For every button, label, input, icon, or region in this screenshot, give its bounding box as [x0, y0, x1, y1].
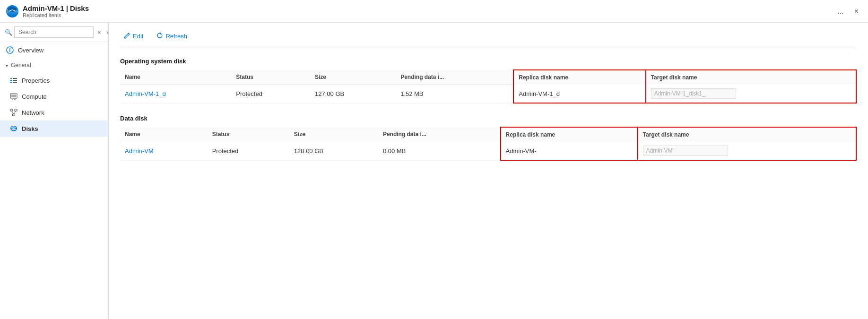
- data-disk-col-target: Target disk name: [638, 127, 856, 142]
- app-icon: [6, 5, 19, 18]
- svg-line-20: [14, 111, 16, 114]
- sidebar-item-disks[interactable]: Disks: [0, 121, 108, 137]
- svg-rect-14: [12, 99, 13, 100]
- edit-icon: [124, 32, 130, 40]
- svg-rect-7: [10, 80, 12, 81]
- os-disk-section: Operating system disk Name Status Size P…: [120, 58, 857, 103]
- content-area: Edit Refresh Operating system disk Name …: [109, 23, 868, 319]
- search-bar: 🔍 × «: [0, 23, 108, 42]
- os-disk-replica: Admin-VM-1_d: [513, 85, 645, 103]
- data-disk-title: Data disk: [120, 115, 857, 122]
- svg-rect-9: [13, 78, 17, 79]
- data-disk-col-pending: Pending data i...: [378, 127, 501, 142]
- os-disk-col-size: Size: [310, 70, 396, 85]
- main-layout: 🔍 × « i Overview ▾ General Properties: [0, 23, 868, 319]
- search-icon: 🔍: [5, 29, 12, 36]
- edit-button[interactable]: Edit: [120, 30, 147, 42]
- properties-icon: [9, 76, 18, 85]
- toolbar: Edit Refresh: [120, 30, 857, 48]
- sidebar: 🔍 × « i Overview ▾ General Properties: [0, 23, 109, 319]
- os-disk-name-link[interactable]: Admin-VM-1_d: [125, 90, 166, 97]
- svg-line-19: [12, 111, 14, 114]
- os-disk-title: Operating system disk: [120, 58, 857, 65]
- page-title: Admin-VM-1 | Disks: [23, 4, 89, 12]
- search-clear-button[interactable]: ×: [95, 28, 103, 37]
- os-disk-col-pending: Pending data i...: [396, 70, 513, 85]
- data-disk-name-link[interactable]: Admin-VM: [125, 147, 154, 155]
- svg-rect-6: [10, 78, 12, 79]
- os-disk-row: Admin-VM-1_d Protected 127.00 GB 1.52 MB…: [120, 85, 856, 103]
- os-disk-header-row: Name Status Size Pending data i... Repli…: [120, 70, 856, 85]
- sidebar-item-network[interactable]: Network: [0, 104, 108, 121]
- data-disk-status: Protected: [208, 142, 289, 160]
- network-icon: [9, 108, 18, 117]
- compute-icon: [9, 92, 18, 101]
- close-button[interactable]: ×: [851, 5, 862, 17]
- data-disk-col-size: Size: [289, 127, 378, 142]
- sidebar-item-properties[interactable]: Properties: [0, 72, 108, 88]
- search-collapse-button[interactable]: «: [105, 28, 109, 37]
- sidebar-item-properties-label: Properties: [22, 77, 50, 84]
- os-disk-size: 127.00 GB: [310, 85, 396, 103]
- data-disk-name: Admin-VM: [120, 142, 208, 160]
- title-text: Admin-VM-1 | Disks Replicated items: [23, 4, 89, 18]
- os-disk-col-name: Name: [120, 70, 231, 85]
- search-input[interactable]: [14, 26, 94, 38]
- svg-rect-16: [10, 109, 13, 111]
- os-disk-col-status: Status: [231, 70, 310, 85]
- os-disk-name: Admin-VM-1_d: [120, 85, 231, 103]
- os-disk-target-input[interactable]: [651, 88, 736, 99]
- svg-rect-17: [15, 109, 17, 111]
- data-disk-table: Name Status Size Pending data i... Repli…: [120, 127, 857, 161]
- data-disk-col-name: Name: [120, 127, 208, 142]
- svg-rect-18: [13, 114, 15, 116]
- sidebar-section-general-label: General: [11, 62, 31, 69]
- data-disk-col-status: Status: [208, 127, 289, 142]
- data-disk-header-row: Name Status Size Pending data i... Repli…: [120, 127, 856, 142]
- chevron-icon: ▾: [6, 63, 8, 68]
- os-disk-pending: 1.52 MB: [396, 85, 513, 103]
- os-disk-target: [646, 85, 856, 103]
- data-disk-target: [638, 142, 856, 160]
- os-disk-col-target: Target disk name: [646, 70, 856, 85]
- edit-label: Edit: [133, 33, 143, 40]
- svg-rect-13: [11, 95, 16, 97]
- sidebar-item-overview[interactable]: i Overview: [0, 42, 108, 58]
- data-disk-replica: Admin-VM-: [501, 142, 638, 160]
- data-disk-section: Data disk Name Status Size Pending data …: [120, 115, 857, 161]
- os-disk-status: Protected: [231, 85, 310, 103]
- os-disk-table: Name Status Size Pending data i... Repli…: [120, 69, 857, 103]
- svg-point-3: [8, 11, 17, 15]
- sidebar-item-disks-label: Disks: [22, 125, 38, 132]
- data-disk-target-input[interactable]: [643, 146, 728, 156]
- os-disk-col-replica: Replica disk name: [513, 70, 645, 85]
- svg-rect-10: [13, 80, 17, 81]
- sidebar-item-overview-label: Overview: [18, 47, 43, 54]
- svg-rect-15: [14, 99, 16, 100]
- sidebar-section-general[interactable]: ▾ General: [0, 58, 108, 72]
- sidebar-item-compute-label: Compute: [22, 93, 47, 100]
- title-actions: ... ×: [834, 5, 862, 17]
- svg-text:i: i: [9, 48, 11, 53]
- svg-rect-11: [13, 82, 17, 83]
- refresh-label: Refresh: [165, 33, 187, 40]
- sidebar-item-compute[interactable]: Compute: [0, 88, 108, 104]
- disks-icon: [9, 124, 18, 133]
- title-left: Admin-VM-1 | Disks Replicated items: [6, 4, 89, 18]
- ellipsis-button[interactable]: ...: [834, 5, 846, 17]
- refresh-button[interactable]: Refresh: [153, 30, 191, 42]
- refresh-icon: [156, 32, 163, 40]
- data-disk-size: 128.00 GB: [289, 142, 378, 160]
- data-disk-row: Admin-VM Protected 128.00 GB 0.00 MB Adm…: [120, 142, 856, 160]
- svg-rect-8: [10, 82, 12, 83]
- title-bar: Admin-VM-1 | Disks Replicated items ... …: [0, 0, 868, 23]
- page-subtitle: Replicated items: [23, 12, 89, 18]
- overview-icon: i: [6, 46, 14, 54]
- data-disk-pending: 0.00 MB: [378, 142, 501, 160]
- data-disk-col-replica: Replica disk name: [501, 127, 638, 142]
- sidebar-item-network-label: Network: [22, 109, 44, 116]
